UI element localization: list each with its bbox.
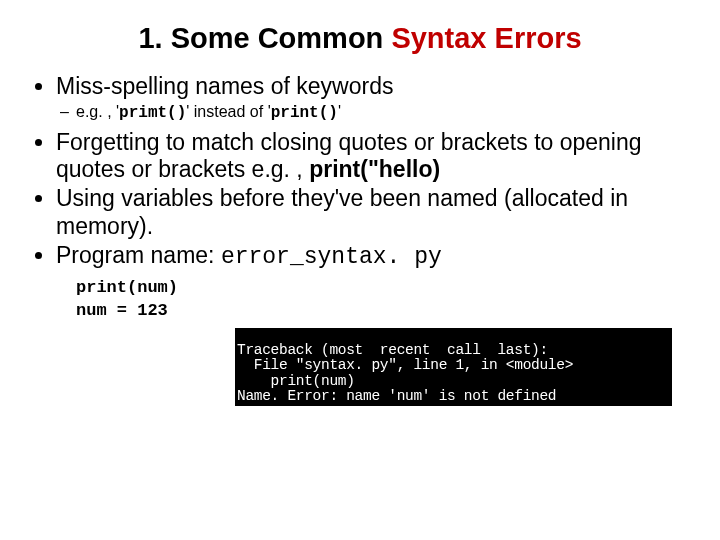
- code-block: print(num) num = 123: [76, 277, 698, 323]
- bullet-text: Program name:: [56, 242, 221, 268]
- bullet-text: Using variables before they've been name…: [56, 185, 628, 238]
- terminal-line: print(num): [237, 373, 355, 389]
- bullet-item: Forgetting to match closing quotes or br…: [56, 129, 698, 183]
- sub-text: e.g. , ': [76, 103, 119, 120]
- code-inline: primt(): [119, 104, 186, 122]
- bold-text: print("hello): [309, 156, 440, 182]
- bullet-item: Program name: error_syntax. py: [56, 242, 698, 271]
- sub-bullet-list: e.g. , 'primt()' instead of 'print()': [56, 102, 698, 123]
- code-line: print(num): [76, 277, 698, 300]
- title-prefix: Some Common: [171, 22, 392, 54]
- terminal-output: Traceback (most recent call last): File …: [235, 328, 672, 406]
- bullet-item: Miss-spelling names of keywords e.g. , '…: [56, 73, 698, 123]
- terminal-line: [237, 328, 565, 343]
- code-inline: error_syntax. py: [221, 244, 442, 270]
- slide-title: 1. Some Common Syntax Errors: [0, 22, 720, 55]
- code-inline: print(): [271, 104, 338, 122]
- terminal-line: Name. Error: name 'num' is not defined: [237, 388, 556, 404]
- sub-text: ': [338, 103, 341, 120]
- slide: 1. Some Common Syntax Errors Miss-spelli…: [0, 22, 720, 540]
- terminal-line: File "syntax. py", line 1, in <module>: [237, 357, 573, 373]
- sub-bullet-item: e.g. , 'primt()' instead of 'print()': [76, 102, 698, 123]
- title-highlight: Syntax Errors: [391, 22, 581, 54]
- title-number: 1.: [138, 22, 162, 54]
- content-area: Miss-spelling names of keywords e.g. , '…: [0, 73, 720, 323]
- bullet-text: Miss-spelling names of keywords: [56, 73, 393, 99]
- sub-text: ' instead of ': [186, 103, 270, 120]
- bullet-list: Miss-spelling names of keywords e.g. , '…: [30, 73, 698, 271]
- terminal-line: Traceback (most recent call last):: [237, 342, 548, 358]
- code-line: num = 123: [76, 300, 698, 323]
- bullet-item: Using variables before they've been name…: [56, 185, 698, 239]
